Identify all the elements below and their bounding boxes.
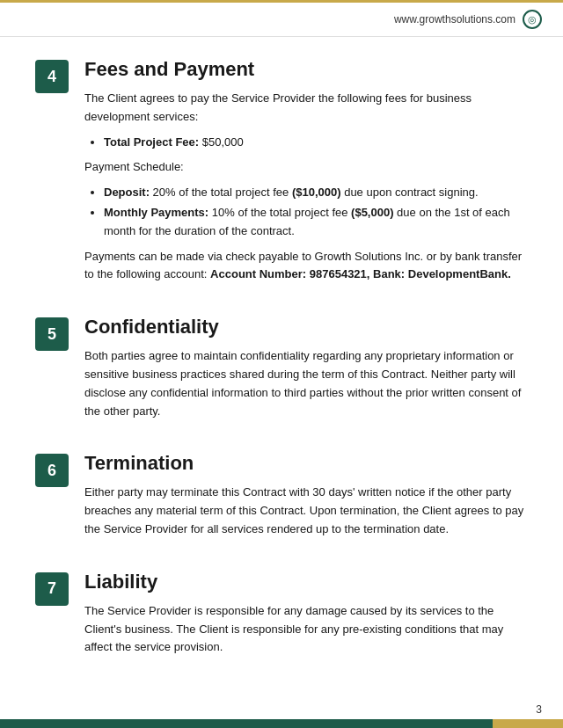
monthly-item: Monthly Payments: 10% of the total proje… [104,204,528,241]
section-6: 6 Termination Either party may terminate… [35,452,528,545]
payment-schedule-label: Payment Schedule: [84,158,528,177]
section-title-7: Liability [84,571,528,593]
main-content: 4 Fees and Payment The Client agrees to … [0,37,563,710]
payment-method-text: Payments can be made via check payable t… [84,248,528,285]
section-number-4: 4 [35,60,69,93]
section-body-6: Termination Either party may terminate t… [84,452,528,545]
section-body-4: Fees and Payment The Client agrees to pa… [84,58,528,291]
website-url: www.growthsolutions.com [394,13,515,25]
monthly-label: Monthly Payments: [104,206,208,219]
top-bar: www.growthsolutions.com ◎ [0,0,563,37]
section-number-5: 5 [35,317,69,351]
bottom-bar-gold [493,719,563,728]
section-title-5: Confidentiality [84,316,528,339]
section-body-7: Liability The Service Provider is respon… [84,571,528,664]
page-number: 3 [536,703,542,716]
section-title-6: Termination [84,452,528,475]
confidentiality-text: Both parties agree to maintain confident… [84,347,528,420]
section-7: 7 Liability The Service Provider is resp… [35,571,528,664]
section-body-5: Confidentiality Both parties agree to ma… [84,316,528,427]
section-number-6: 6 [35,454,69,487]
page-wrapper: www.growthsolutions.com ◎ 4 Fees and Pay… [0,0,563,728]
deposit-item: Deposit: 20% of the total project fee ($… [104,184,528,202]
section-5: 5 Confidentiality Both parties agree to … [35,316,528,427]
bottom-bar-green [0,719,493,728]
section-number-7: 7 [35,572,69,606]
total-fee-item: Total Project Fee: $50,000 [104,134,528,152]
section-4: 4 Fees and Payment The Client agrees to … [35,58,528,291]
termination-text: Either party may terminate this Contract… [84,484,528,538]
account-details: Account Number: 987654321, Bank: Develop… [210,267,511,280]
section-title-4: Fees and Payment [84,58,528,81]
payment-schedule-bullets: Deposit: 20% of the total project fee ($… [84,184,528,240]
fees-bullet-1: Total Project Fee: $50,000 [84,134,528,152]
liability-text: The Service Provider is responsible for … [84,602,528,657]
globe-icon: ◎ [523,10,542,29]
bottom-bar [0,719,563,728]
monthly-amount: ($5,000) [351,206,393,219]
deposit-amount: ($10,000) [292,186,341,199]
deposit-label: Deposit: [104,186,150,199]
fees-intro-text: The Client agrees to pay the Service Pro… [84,90,528,127]
total-fee-label: Total Project Fee: [104,135,199,149]
